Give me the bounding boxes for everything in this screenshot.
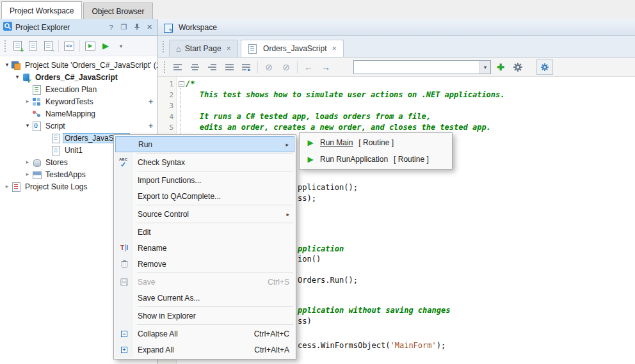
expander-closed-icon[interactable]: ▸ xyxy=(23,95,32,107)
play-icon: ▶ xyxy=(307,139,313,146)
expand-all-icon: + xyxy=(121,347,127,353)
menu-item-run[interactable]: Run ▸ xyxy=(115,136,294,152)
menu-item-export-to-qacomplete[interactable]: Export to QAComplete... xyxy=(115,188,294,204)
navigate-back-button[interactable]: ← xyxy=(301,59,316,75)
expander-open-icon[interactable]: ▾ xyxy=(13,71,22,83)
help-button[interactable]: ? xyxy=(106,24,116,31)
submenu-item-run-main[interactable]: ▶ Run Main [ Routine ] xyxy=(301,134,451,151)
chevron-down-icon: ▾ xyxy=(120,43,123,49)
tree-item-project-suite[interactable]: ▾ Project Suite 'Orders_C#_JavaScript' (… xyxy=(0,59,157,71)
menu-item-collapse-all[interactable]: − Collapse All Ctrl+Alt+C xyxy=(115,326,294,342)
pin-button[interactable] xyxy=(132,23,141,32)
home-icon: ⌂ xyxy=(176,45,181,53)
align-justify-button[interactable] xyxy=(221,59,237,75)
run-button[interactable]: ▶ xyxy=(99,39,112,53)
separator xyxy=(137,153,293,154)
tab-object-browser[interactable]: Object Browser xyxy=(83,3,152,19)
options-button[interactable] xyxy=(510,59,526,75)
workspace-icon xyxy=(163,23,172,32)
breakpoint-off-button[interactable]: ⊘ xyxy=(278,59,294,75)
submenu-arrow-icon: ▸ xyxy=(286,211,289,218)
tab-start-page[interactable]: ⌂ Start Page ✕ xyxy=(169,40,238,57)
editor-settings-button[interactable] xyxy=(536,59,553,75)
menu-item-import-functions[interactable]: Import Functions... xyxy=(115,172,294,188)
menu-item-show-in-explorer[interactable]: Show in Explorer xyxy=(115,308,294,324)
tree-item-script[interactable]: ▾ Script + xyxy=(0,120,157,132)
script-unit-icon xyxy=(51,134,60,143)
menu-item-save[interactable]: Save Ctrl+S xyxy=(115,274,294,290)
rename-icon: TI xyxy=(120,244,128,251)
expander-open-icon[interactable]: ▾ xyxy=(23,120,32,132)
code-fragment: pplication xyxy=(298,244,344,255)
float-button[interactable]: ❐ xyxy=(119,23,129,31)
separator xyxy=(137,223,293,223)
export-file-button[interactable] xyxy=(42,39,54,53)
align-right-button[interactable] xyxy=(204,59,220,75)
code-line: 2 This test shows how to simulate user a… xyxy=(158,90,635,100)
keyword-tests-icon xyxy=(32,97,41,106)
add-plus-icon: ✚ xyxy=(497,62,504,72)
separator xyxy=(137,171,293,171)
export-file-icon xyxy=(44,41,52,51)
run-dropdown-button[interactable]: ▾ xyxy=(115,39,127,53)
search-input[interactable] xyxy=(354,61,479,73)
navigate-forward-button[interactable]: → xyxy=(318,59,334,75)
separator xyxy=(137,205,293,205)
tree-item-execution-plan[interactable]: Execution Plan xyxy=(0,83,157,95)
expander-closed-icon[interactable]: ▸ xyxy=(23,168,32,180)
expander-closed-icon[interactable]: ▸ xyxy=(3,180,12,193)
collapse-all-icon: − xyxy=(121,331,127,337)
format-code-button[interactable] xyxy=(239,59,254,75)
tree-item-namemapping[interactable]: NameMapping xyxy=(0,107,157,120)
tab-project-workspace[interactable]: Project Workspace xyxy=(1,1,82,19)
tree-item-keywordtests[interactable]: ▸ KeywordTests + xyxy=(0,95,157,107)
watch-off-button[interactable]: ⊘ xyxy=(261,59,277,75)
align-justify-icon xyxy=(225,63,234,71)
context-menu: Run ▸ ABC✓ Check Syntax Import Functions… xyxy=(113,134,296,360)
combo-dropdown-button[interactable]: ▾ xyxy=(479,61,490,74)
align-center-button[interactable] xyxy=(187,59,202,75)
code-view-button[interactable]: <> xyxy=(63,39,76,53)
submenu-item-run-runapplication[interactable]: ▶ Run RunApplication [ Routine ] xyxy=(301,151,451,168)
expander-open-icon[interactable]: ▾ xyxy=(3,59,12,71)
separator xyxy=(257,61,258,73)
separator xyxy=(137,306,293,307)
search-combo[interactable]: ▾ xyxy=(353,60,491,74)
new-file-button[interactable] xyxy=(26,39,39,53)
menu-item-expand-all[interactable]: + Expand All Ctrl+Alt+A xyxy=(115,342,294,358)
add-child-button[interactable]: + xyxy=(149,97,153,106)
expander-closed-icon[interactable]: ▸ xyxy=(23,156,32,168)
back-arrow-icon: ← xyxy=(304,62,313,72)
menu-item-source-control[interactable]: Source Control ▸ xyxy=(115,206,294,222)
execution-plan-icon xyxy=(32,85,41,94)
close-tab-icon[interactable]: ✕ xyxy=(332,45,337,52)
script-unit-icon xyxy=(51,146,60,155)
code-fragment: ion() xyxy=(298,254,321,265)
add-item-button[interactable] xyxy=(11,39,24,53)
run-window-button[interactable]: ▶ xyxy=(84,39,97,53)
tab-orders-javascript[interactable]: Orders_JavaScript ✕ xyxy=(241,40,344,57)
run-submenu: ▶ Run Main [ Routine ] ▶ Run RunApplicat… xyxy=(299,132,453,170)
menu-item-rename[interactable]: TI Rename xyxy=(115,240,294,256)
add-button[interactable]: ✚ xyxy=(493,59,508,75)
menu-item-edit[interactable]: Edit xyxy=(115,224,294,240)
play-icon: ▶ xyxy=(307,155,313,163)
menu-item-check-syntax[interactable]: ABC✓ Check Syntax xyxy=(115,154,294,170)
add-item-icon xyxy=(13,41,22,51)
menu-item-remove[interactable]: Remove xyxy=(115,256,294,272)
close-button[interactable]: ✕ xyxy=(145,23,154,31)
toolbar-grip[interactable] xyxy=(4,40,6,52)
editor-toolbar: ⊘ ⊘ ← → ▾ ✚ xyxy=(158,58,635,77)
menu-item-save-current-as[interactable]: Save Current As... xyxy=(115,290,294,306)
fold-collapse-icon[interactable]: − xyxy=(179,81,184,87)
project-suite-icon xyxy=(12,61,20,70)
add-child-button[interactable]: + xyxy=(149,122,153,131)
separator xyxy=(297,61,298,73)
close-tab-icon[interactable]: ✕ xyxy=(227,45,232,52)
align-left-button[interactable] xyxy=(170,59,185,75)
tree-item-orders-project[interactable]: ▾ Orders_C#_JavaScript xyxy=(0,71,157,83)
toolbar-grip[interactable] xyxy=(164,61,166,73)
code-view-icon: <> xyxy=(64,42,74,51)
tabbar-grip[interactable] xyxy=(163,41,165,52)
align-left-icon xyxy=(173,63,182,71)
